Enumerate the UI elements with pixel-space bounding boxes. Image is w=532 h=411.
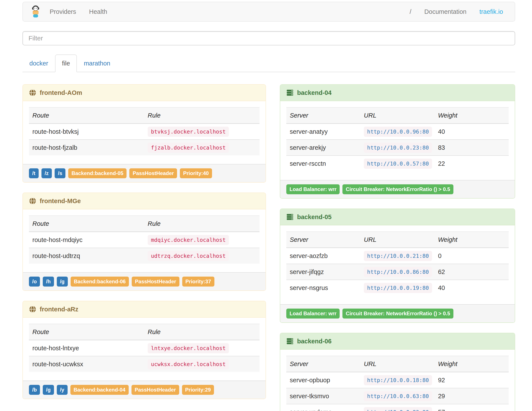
globe-icon — [29, 197, 36, 205]
routes-table: Route Rule route-host-lntxye lntxye.dock… — [29, 324, 259, 372]
path-badge: /g — [57, 277, 68, 286]
server-name: server-rscctn — [286, 156, 360, 171]
column-header-rule: Rule — [144, 216, 259, 232]
server-weight: 83 — [435, 140, 509, 156]
frontend-card-header: frontend-aRz — [23, 301, 266, 318]
column-header-weight: Weight — [435, 108, 509, 124]
server-url: http://10.0.0.57:80 — [364, 159, 432, 169]
server-url: http://10.0.0.63:80 — [364, 391, 432, 401]
column-header-server: Server — [286, 356, 360, 372]
column-header-rule: Rule — [144, 324, 259, 340]
rule-value: lntxye.docker.localhost — [148, 343, 229, 353]
column-header-route: Route — [29, 324, 144, 340]
load-balancer-badge: Load Balancer: wrr — [286, 184, 340, 194]
column-header-route: Route — [29, 216, 144, 232]
table-row: server-jifqgz http://10.0.0.86:80 62 — [286, 264, 509, 280]
column-header-rule: Rule — [144, 108, 259, 124]
nav-link-documentation[interactable]: Documentation — [418, 8, 473, 15]
server-weight: 40 — [435, 280, 509, 296]
frontend-title: frontend-aRz — [40, 306, 78, 313]
globe-icon — [29, 305, 36, 313]
table-row: route-host-lntxye lntxye.docker.localhos… — [29, 340, 259, 356]
tab-marathon[interactable]: marathon — [77, 54, 117, 72]
column-header-url: URL — [360, 108, 434, 124]
server-weight: 92 — [435, 372, 509, 388]
table-row: server-nsgrus http://10.0.0.19:80 40 — [286, 280, 509, 296]
table-row: route-host-fjzalb fjzalb.docker.localhos… — [29, 140, 259, 155]
frontend-title: frontend-AOm — [40, 89, 82, 96]
route-name: route-host-ucwksx — [29, 356, 144, 372]
route-name: route-host-mdqiyc — [29, 232, 144, 248]
backend-card-header: backend-04 — [280, 85, 515, 101]
table-row: server-updomo http://10.0.0.83:80 57 — [286, 404, 509, 411]
table-row: server-anatyy http://10.0.0.96:80 40 — [286, 124, 509, 140]
backend-badge: Backend:backend-06 — [71, 277, 129, 286]
server-url: http://10.0.0.18:80 — [364, 375, 432, 385]
backend-badge: Backend:backend-04 — [70, 385, 129, 395]
circuit-breaker-badge: Circuit Breaker: NetworkErrorRatio () > … — [342, 184, 453, 194]
server-url: http://10.0.0.23:80 — [364, 143, 432, 153]
navbar-right: / Documentation traefik.io — [403, 2, 510, 21]
path-badge: /t — [29, 168, 39, 178]
nav-link-root[interactable]: / — [403, 8, 418, 15]
backend-card-06: backend-06 Server URL Weight — [280, 333, 515, 411]
route-name: route-host-btvksj — [29, 124, 144, 140]
backend-title: backend-05 — [297, 214, 332, 221]
frontend-card-body: Route Rule route-host-lntxye lntxye.dock… — [23, 318, 266, 381]
server-url: http://10.0.0.96:80 — [364, 127, 432, 137]
passhostheader-badge: PassHostHeader — [132, 385, 179, 395]
table-row: server-rscctn http://10.0.0.57:80 22 — [286, 156, 509, 171]
table-header-row: Server URL Weight — [286, 108, 509, 124]
server-icon — [286, 338, 294, 345]
server-weight: 29 — [435, 388, 509, 404]
frontend-title: frontend-MGe — [40, 197, 81, 205]
server-icon — [286, 89, 294, 96]
route-name: route-host-udtrzq — [29, 248, 144, 264]
frontends-column: frontend-AOm Route Rule route-host-btvk — [22, 84, 266, 399]
table-row: server-arekjy http://10.0.0.23:80 83 — [286, 140, 509, 156]
nav-link-providers[interactable]: Providers — [43, 8, 83, 15]
backend-card-body: Server URL Weight server-opbuop http://1… — [280, 350, 515, 411]
frontend-card-aom: frontend-AOm Route Rule route-host-btvk — [22, 84, 266, 183]
server-url: http://10.0.0.86:80 — [364, 267, 432, 277]
passhostheader-badge: PassHostHeader — [129, 168, 177, 178]
rule-value: ucwksx.docker.localhost — [148, 359, 229, 369]
column-header-url: URL — [360, 232, 434, 248]
server-url: http://10.0.0.83:80 — [364, 407, 432, 411]
servers-table: Server URL Weight server-aozfzb http://1… — [286, 231, 509, 296]
server-weight: 0 — [435, 248, 509, 264]
provider-tabs: docker file marathon — [22, 54, 515, 72]
rule-value: mdqiyc.docker.localhost — [148, 235, 229, 245]
server-name: server-arekjy — [286, 140, 360, 156]
table-row: server-opbuop http://10.0.0.18:80 92 — [286, 372, 509, 388]
frontend-card-footer: /t /z /s Backend:backend-05 PassHostHead… — [23, 164, 266, 182]
server-name: server-nsgrus — [286, 280, 360, 296]
traefik-logo-icon — [31, 5, 40, 18]
server-weight: 40 — [435, 124, 509, 140]
tab-file[interactable]: file — [55, 54, 77, 72]
nav-link-traefik-io[interactable]: traefik.io — [473, 8, 510, 15]
backend-card-footer: Load Balancer: wrr Circuit Breaker: Netw… — [280, 304, 515, 323]
table-header-row: Server URL Weight — [286, 232, 509, 248]
brand-link[interactable] — [28, 5, 43, 18]
backend-card-05: backend-05 Server URL Weight — [280, 208, 515, 323]
path-badge: /b — [29, 385, 40, 395]
page-container: Providers Health / Documentation traefik… — [22, 2, 515, 411]
navbar-left: Providers Health — [28, 2, 114, 21]
nav-link-health[interactable]: Health — [83, 8, 114, 15]
priority-badge: Priority:40 — [180, 168, 212, 178]
rule-value: btvksj.docker.localhost — [148, 127, 229, 137]
table-header-row: Route Rule — [29, 216, 259, 232]
server-name: server-tksmvo — [286, 388, 360, 404]
column-header-server: Server — [286, 232, 360, 248]
routes-table: Route Rule route-host-btvksj btvksj.dock… — [29, 107, 259, 155]
path-badge: /o — [29, 277, 40, 286]
path-badge: /s — [55, 168, 66, 178]
route-name: route-host-lntxye — [29, 340, 144, 356]
frontend-card-footer: /b /g /y Backend:backend-04 PassHostHead… — [23, 381, 266, 399]
frontend-card-header: frontend-MGe — [23, 193, 266, 209]
tab-docker[interactable]: docker — [22, 54, 55, 72]
backend-card-header: backend-06 — [280, 333, 515, 350]
rule-value: udtrzq.docker.localhost — [148, 251, 229, 261]
filter-input[interactable] — [22, 31, 515, 45]
